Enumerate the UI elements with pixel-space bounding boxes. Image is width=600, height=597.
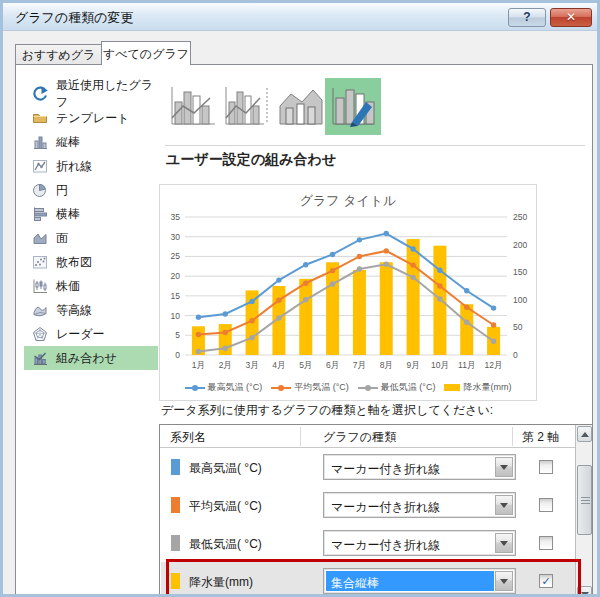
svg-text:2月: 2月	[219, 360, 232, 370]
svg-text:200: 200	[513, 240, 527, 250]
dropdown-button[interactable]	[495, 533, 513, 553]
sidebar-item-area[interactable]: 面	[24, 226, 158, 250]
series-name: 最高気温( °C)	[189, 460, 262, 477]
sidebar-item-pie[interactable]: 円	[24, 178, 158, 202]
header-chart-type: グラフの種類	[323, 429, 396, 446]
scrollbar-grip	[581, 497, 590, 498]
series-color-swatch	[171, 497, 180, 513]
combo-variant-custom-combination[interactable]	[325, 78, 381, 135]
legend-label: 平均気温 (°C)	[294, 381, 349, 394]
close-button[interactable]: ✕	[550, 8, 592, 27]
legend-dot	[192, 385, 198, 391]
header-divider	[300, 427, 301, 446]
sidebar-item-stock[interactable]: 株価	[24, 274, 158, 298]
legend-label: 最低気温 (°C)	[381, 381, 436, 394]
custom-combination-pencil-icon	[330, 86, 376, 128]
chart-title: グラフ タイトル	[300, 193, 397, 208]
sidebar-item-bar[interactable]: 横棒	[24, 202, 158, 226]
secondary-axis-checkbox[interactable]	[539, 498, 553, 512]
header-secondary-axis: 第 2 軸	[522, 429, 559, 446]
chart-preview: グラフ タイトル051015202530350501001502002501月2…	[159, 184, 537, 401]
secondary-axis-checkbox[interactable]	[539, 536, 553, 550]
help-icon: ?	[523, 10, 530, 24]
chart-type-dropdown[interactable]: マーカー付き折れ線	[323, 454, 516, 480]
table-header: 系列名 グラフの種類 第 2 軸	[160, 425, 575, 448]
svg-text:6月: 6月	[326, 360, 339, 370]
series-color-swatch	[171, 459, 180, 475]
sidebar-item-label: 等高線	[56, 302, 92, 319]
sidebar-item-scatter[interactable]: 散布図	[24, 250, 158, 274]
bar-chart-icon	[32, 206, 48, 222]
sidebar-item-column[interactable]: 縦棒	[24, 130, 158, 154]
series-row-precipitation: 降水量(mm) 集合縦棒 ✓	[161, 562, 576, 597]
recent-charts-icon	[32, 86, 48, 102]
series-name: 平均気温( °C)	[189, 498, 262, 515]
chart-type-dropdown[interactable]: 集合縦棒	[323, 568, 516, 594]
arrow-down-icon	[581, 592, 589, 597]
line-series	[196, 248, 497, 337]
dropdown-value: マーカー付き折れ線	[326, 457, 494, 477]
gallery-divider	[165, 145, 585, 146]
chart-type-dropdown[interactable]: マーカー付き折れ線	[323, 492, 516, 518]
svg-text:30: 30	[171, 232, 181, 242]
svg-text:25: 25	[171, 251, 181, 261]
change-chart-type-dialog: グラフの種類の変更 ? ✕ おすすめグラフ すべてのグラフ 最近使用したグラフ …	[0, 0, 600, 597]
chevron-down-icon	[500, 503, 508, 508]
combo-chart-svg: グラフ タイトル051015202530350501001502002501月2…	[160, 185, 536, 375]
series-color-swatch	[171, 573, 180, 589]
clustered-column-line-icon	[170, 86, 216, 128]
svg-text:8月: 8月	[380, 360, 393, 370]
line-chart-icon	[32, 158, 48, 174]
table-scrollbar[interactable]	[575, 425, 592, 597]
svg-text:12月: 12月	[485, 360, 503, 370]
secondary-axis-checkbox[interactable]	[539, 460, 553, 474]
dialog-titlebar[interactable]: グラフの種類の変更 ? ✕	[3, 3, 597, 31]
series-name: 最低気温( °C)	[189, 536, 262, 553]
scatter-chart-icon	[32, 254, 48, 270]
svg-text:3月: 3月	[245, 360, 258, 370]
sidebar-item-label: 円	[56, 182, 68, 199]
chevron-down-icon	[500, 579, 508, 584]
legend-dot	[365, 385, 371, 391]
legend-label: 最高気温 (°C)	[208, 381, 263, 394]
template-folder-icon	[32, 110, 48, 126]
svg-text:5: 5	[175, 330, 180, 340]
series-row-avg-temp: 平均気温( °C) マーカー付き折れ線	[161, 486, 576, 524]
svg-text:10月: 10月	[431, 360, 449, 370]
sidebar-item-label: 折れ線	[56, 158, 92, 175]
chevron-down-icon	[500, 465, 508, 470]
dropdown-button[interactable]	[495, 571, 513, 591]
sidebar-item-label: 横棒	[56, 206, 80, 223]
legend-dot	[278, 385, 284, 391]
chart-legend: 最高気温 (°C)平均気温 (°C)最低気温 (°C)降水量(mm)	[160, 381, 536, 394]
help-button[interactable]: ?	[508, 8, 546, 27]
legend-bar-marker	[444, 384, 460, 391]
dropdown-button[interactable]	[495, 457, 513, 477]
combo-variant-clustered-column-line[interactable]	[165, 78, 221, 135]
tab-recommended-charts[interactable]: おすすめグラフ	[15, 44, 102, 65]
sidebar-item-line[interactable]: 折れ線	[24, 154, 158, 178]
svg-text:100: 100	[513, 295, 527, 305]
tab-all-charts[interactable]: すべてのグラフ	[101, 41, 191, 65]
scroll-down-button[interactable]	[577, 586, 592, 597]
svg-text:20: 20	[171, 271, 181, 281]
dropdown-button[interactable]	[495, 495, 513, 515]
pie-chart-icon	[32, 182, 48, 198]
combo-variant-stacked-area-clustered-column[interactable]	[273, 78, 329, 135]
sidebar-item-radar[interactable]: レーダー	[24, 322, 158, 346]
secondary-axis-checkbox[interactable]: ✓	[539, 574, 553, 588]
sidebar-item-surface[interactable]: 等高線	[24, 298, 158, 322]
surface-chart-icon	[32, 302, 48, 318]
dropdown-value: マーカー付き折れ線	[326, 533, 494, 553]
combo-variant-clustered-column-line-secondary-axis[interactable]	[219, 78, 275, 135]
sidebar-item-label: 散布図	[56, 254, 92, 271]
scroll-up-button[interactable]	[577, 426, 592, 442]
sidebar-item-templates[interactable]: テンプレート	[24, 106, 158, 130]
sidebar-item-recent-charts[interactable]: 最近使用したグラフ	[24, 82, 158, 106]
series-table: 系列名 グラフの種類 第 2 軸 最高気温( °C) マーカー付き折れ線 平均気…	[159, 424, 593, 597]
arrow-up-icon	[581, 432, 589, 437]
sidebar-item-combo[interactable]: 組み合わせ	[24, 346, 158, 370]
legend-item: 降水量(mm)	[444, 381, 511, 394]
scrollbar-thumb[interactable]	[577, 465, 592, 535]
chart-type-dropdown[interactable]: マーカー付き折れ線	[323, 530, 516, 556]
